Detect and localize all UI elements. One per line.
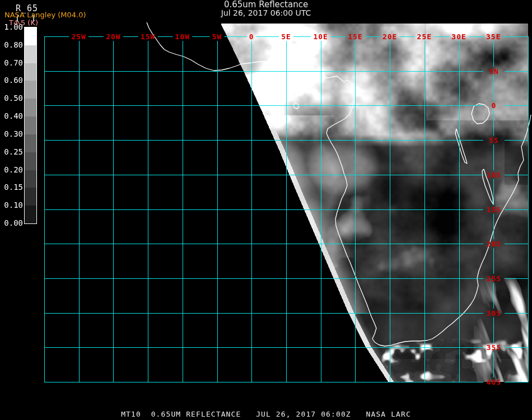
colorbar-gradient-bar (24, 27, 37, 224)
colorbar-tick-label: 0.80 (0, 40, 23, 49)
latitude-label-25S: 25S (487, 274, 501, 282)
latitude-label-20S: 20S (487, 240, 501, 248)
longitude-label-10W: 10W (175, 32, 190, 40)
latitude-label-15S: 15S (487, 205, 501, 213)
colorbar-tick-label: 0.25 (0, 147, 23, 156)
colorbar-segment (25, 134, 36, 152)
colorbar-tick-label: 0.40 (0, 111, 23, 120)
colorbar-tick-label: 0.10 (0, 200, 23, 209)
latitude-label-5N: 5N (489, 67, 499, 75)
colorbar-segment (25, 63, 36, 81)
longitude-label-5W: 5W (212, 32, 222, 40)
footer-caption: MT10 0.65UM REFLECTANCE JUL 26, 2017 06:… (0, 410, 532, 418)
longitude-label-20E: 20E (382, 32, 397, 40)
colorbar-segment (25, 206, 36, 223)
longitude-label-10E: 10E (313, 32, 328, 40)
colorbar-segment (25, 116, 36, 134)
longitude-label-20W: 20W (106, 32, 120, 40)
colorbar-segment (25, 99, 36, 116)
colorbar-tick-label: 0.00 (0, 218, 23, 227)
latitude-label-5S: 5S (489, 136, 499, 144)
colorbar-segment (25, 27, 36, 45)
colorbar-segment (25, 188, 36, 206)
latitude-label-40S: 40S (487, 378, 501, 386)
longitude-label-35E: 35E (486, 32, 501, 40)
longitude-label-25W: 25W (71, 32, 86, 40)
colorbar-segment (25, 81, 36, 99)
latitude-label-30S: 30S (487, 309, 501, 317)
colorbar-tick-label: 0.50 (0, 94, 23, 102)
satellite-quicklook-page: 0.65um Reflectance Jul 26, 2017 06:00 UT… (0, 0, 532, 420)
colorbar-tick-label: 0.20 (0, 165, 23, 174)
colorbar-tick-label: 0.15 (0, 183, 23, 192)
latitude-label-0: 0 (492, 101, 497, 110)
satellite-map-canvas (0, 0, 532, 420)
colorbar-segment (25, 152, 36, 170)
colorbar-tick-label: 0.30 (0, 129, 23, 138)
latitude-label-10S: 10S (487, 170, 501, 179)
page-title: 0.65um Reflectance (0, 0, 532, 9)
longitude-label-5E: 5E (281, 32, 291, 40)
latitude-label-35S: 35S (487, 343, 501, 352)
longitude-label-30E: 30E (451, 32, 466, 40)
longitude-label-15E: 15E (348, 32, 362, 40)
longitude-label-15W: 15W (141, 32, 155, 40)
agency-label: NASA Langley (M04.0) (4, 11, 86, 19)
secondary-product-label: T4-5 (K) (9, 18, 38, 27)
colorbar-segment (25, 170, 36, 188)
colorbar-tick-label: 0.70 (0, 58, 23, 67)
colorbar-tick-label: 0.60 (0, 76, 23, 85)
longitude-label-0: 0 (249, 32, 254, 40)
longitude-label-25E: 25E (417, 32, 432, 40)
colorbar-segment (25, 45, 36, 63)
